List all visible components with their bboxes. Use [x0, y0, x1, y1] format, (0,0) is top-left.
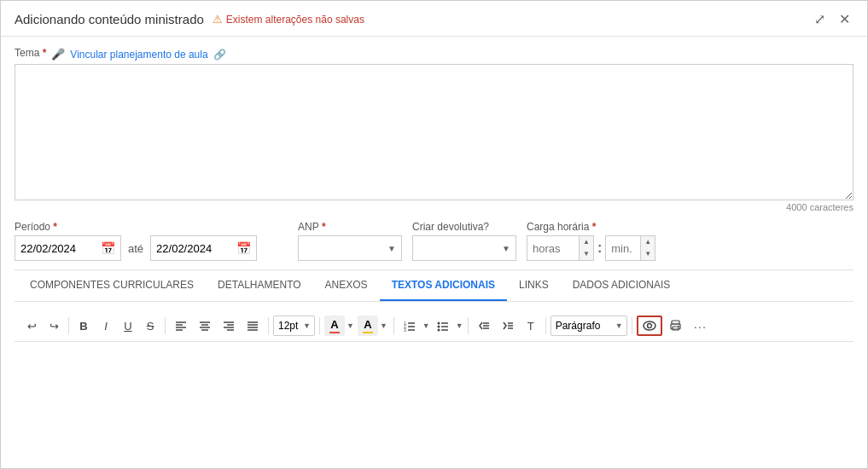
fields-row: Período * 📅 até 📅 ANP * [15, 221, 853, 261]
start-calendar-icon[interactable]: 📅 [101, 241, 115, 255]
italic-button[interactable]: I [96, 316, 116, 336]
align-left-button[interactable] [170, 316, 192, 336]
warning-icon: ⚠ [213, 13, 223, 26]
strikethrough-button[interactable]: S [140, 316, 160, 336]
criar-devolutiva-select[interactable] [413, 236, 516, 260]
min-up-btn[interactable]: ▲ [641, 236, 655, 248]
colon-separator: : [597, 240, 602, 256]
anp-select-wrap: ▼ [298, 235, 402, 261]
modal-title: Adicionando conteúdo ministrado [15, 12, 204, 26]
close-button[interactable]: ✕ [836, 9, 853, 29]
tema-label: Tema * [15, 47, 46, 59]
paragraph-style-arrow: ▼ [615, 321, 623, 330]
start-date-wrap: 📅 [15, 235, 121, 261]
tema-section: Tema * 🎤 Vincular planejamento de aula 🔗… [15, 47, 853, 212]
end-date-wrap: 📅 [150, 235, 257, 261]
microphone-icon: 🎤 [51, 48, 65, 61]
criar-devolutiva-select-wrap: ▼ [412, 235, 516, 261]
font-color-button[interactable]: A [324, 316, 345, 336]
tab-componentes-curriculares[interactable]: COMPONENTES CURRICULARES [18, 270, 206, 301]
ordered-list-button[interactable]: 1.2.3. [399, 316, 421, 336]
periodo-group: Período * 📅 até 📅 [15, 221, 288, 261]
highlight-letter: A [364, 318, 371, 331]
char-count: 4000 caracteres [15, 202, 853, 212]
paragraph-style-select[interactable]: Parágrafo Título 1 Título 2 [551, 316, 616, 335]
tema-label-row: Tema * 🎤 Vincular planejamento de aula 🔗 [15, 47, 853, 61]
horas-input[interactable] [527, 242, 579, 255]
horas-spin: ▲ ▼ [579, 236, 593, 260]
font-color-letter: A [330, 318, 338, 331]
end-calendar-icon[interactable]: 📅 [236, 241, 251, 255]
svg-point-26 [437, 329, 440, 332]
sep-6 [468, 317, 469, 334]
anp-select[interactable] [299, 236, 401, 260]
criar-devolutiva-label: Criar devolutiva? [412, 221, 516, 233]
bold-button[interactable]: B [73, 316, 94, 336]
carga-wrap: ▲ ▼ : ▲ ▼ [527, 235, 655, 261]
min-input-group: ▲ ▼ [605, 235, 655, 261]
sep-5 [393, 317, 394, 334]
unordered-list-button[interactable] [432, 316, 454, 336]
link-icon: 🔗 [213, 49, 226, 61]
unordered-list-arrow[interactable]: ▼ [456, 321, 463, 330]
editor-content-area[interactable] [15, 350, 853, 458]
ordered-list-arrow[interactable]: ▼ [422, 321, 430, 330]
tab-anexos[interactable]: ANEXOS [313, 270, 380, 301]
align-right-button[interactable] [218, 316, 240, 336]
expand-button[interactable]: ⤢ [811, 9, 829, 29]
more-options-button[interactable]: ··· [689, 316, 713, 336]
start-date-input[interactable] [20, 242, 97, 255]
sep-7 [545, 317, 546, 334]
font-color-underline [329, 332, 340, 333]
preview-button[interactable] [637, 316, 662, 336]
anp-group: ANP * ▼ [298, 221, 402, 261]
unsaved-warning: ⚠ Existem alterações não salvas [213, 13, 364, 26]
indent-button[interactable] [497, 316, 519, 336]
min-down-btn[interactable]: ▼ [641, 248, 655, 260]
redo-button[interactable]: ↪ [44, 316, 64, 336]
anp-label: ANP * [298, 221, 402, 233]
horas-down-btn[interactable]: ▼ [580, 248, 593, 260]
tab-dados-adicionais[interactable]: DADOS ADICIONAIS [561, 270, 683, 301]
modal-header-left: Adicionando conteúdo ministrado ⚠ Existe… [15, 12, 364, 26]
carga-horaria-label: Carga horária * [527, 221, 655, 233]
editor-toolbar: ↩ ↪ B I U S 12pt [15, 310, 853, 342]
clear-format-button[interactable]: T [521, 316, 541, 336]
period-inputs: 📅 até 📅 [15, 235, 288, 261]
tab-detalhamento[interactable]: DETALHAMENTO [206, 270, 313, 301]
align-center-button[interactable] [194, 316, 216, 336]
carga-horaria-group: Carga horária * ▲ ▼ : ▲ [527, 221, 655, 261]
print-button[interactable] [664, 316, 687, 336]
tab-textos-adicionais[interactable]: TEXTOS ADICIONAIS [380, 270, 507, 301]
highlight-arrow[interactable]: ▼ [380, 321, 387, 330]
sep-2 [165, 317, 166, 334]
modal-container: Adicionando conteúdo ministrado ⚠ Existe… [0, 0, 868, 469]
vincular-planejamento-link[interactable]: Vincular planejamento de aula [70, 49, 207, 61]
font-size-select[interactable]: 12pt 8pt 10pt 14pt 16pt 18pt [274, 316, 314, 335]
min-spin: ▲ ▼ [640, 236, 655, 260]
svg-rect-36 [672, 321, 679, 324]
highlight-button[interactable]: A [358, 316, 378, 336]
underline-button[interactable]: U [118, 316, 138, 336]
highlight-underline [363, 332, 373, 333]
horas-up-btn[interactable]: ▲ [580, 236, 593, 248]
sep-1 [68, 317, 69, 334]
svg-point-22 [437, 322, 440, 325]
sep-3 [268, 317, 269, 334]
svg-point-35 [647, 324, 651, 328]
ate-label: até [126, 242, 145, 255]
undo-button[interactable]: ↩ [21, 316, 42, 336]
align-justify-button[interactable] [242, 316, 264, 336]
end-date-input[interactable] [156, 242, 233, 255]
font-color-arrow[interactable]: ▼ [347, 321, 354, 330]
tab-links[interactable]: LINKS [507, 270, 561, 301]
tabs-section: COMPONENTES CURRICULARES DETALHAMENTO AN… [15, 269, 853, 302]
min-input[interactable] [606, 242, 640, 255]
criar-devolutiva-group: Criar devolutiva? ▼ [412, 221, 516, 261]
sep-8 [632, 317, 632, 334]
tema-required: * [39, 47, 46, 59]
outdent-button[interactable] [473, 316, 495, 336]
svg-point-24 [437, 326, 440, 328]
horas-input-group: ▲ ▼ [527, 235, 594, 261]
tema-textarea[interactable] [15, 64, 853, 200]
